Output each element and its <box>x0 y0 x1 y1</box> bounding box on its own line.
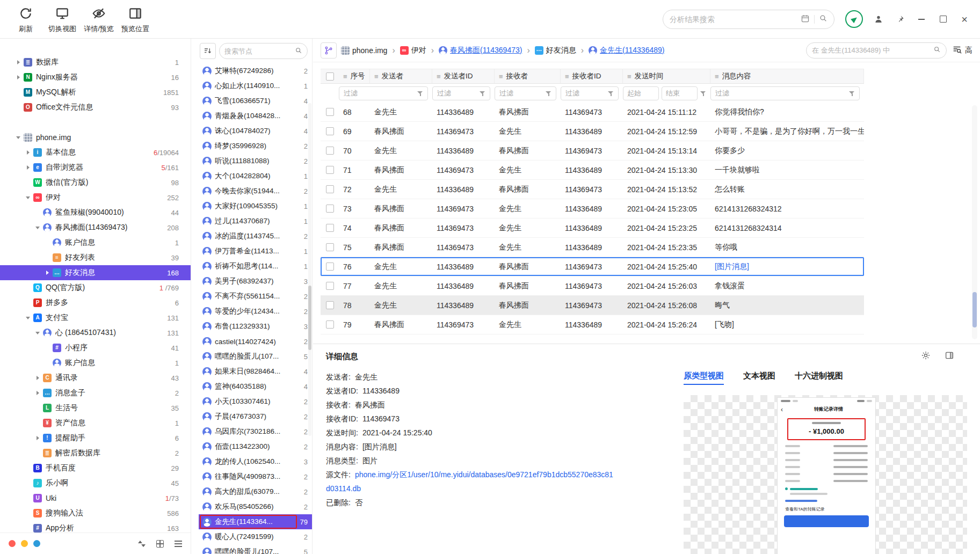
contact-item[interactable]: 艾琳特(67249286) 2 <box>199 63 312 78</box>
contact-item[interactable]: 龙的传人(1062540... 3 <box>199 454 312 469</box>
tree-item[interactable]: phone.img <box>0 130 191 145</box>
column-header-time[interactable]: 发送时间 <box>623 69 710 83</box>
table-row[interactable]: 73 春风拂面 114369473 金先生 114336489 2021-04-… <box>321 199 864 218</box>
tree-item[interactable]: i 基本信息 6/19064 <box>0 145 191 160</box>
list-view-icon[interactable] <box>175 541 182 547</box>
expand-arrow-icon[interactable] <box>24 314 32 322</box>
contact-item[interactable]: 今晚去你家(51944... 2 <box>199 184 312 199</box>
funnel-icon[interactable] <box>480 91 485 97</box>
contact-item[interactable]: 金先生(1143364... 79 <box>199 514 312 529</box>
tree-item[interactable]: O Office文件元信息 93 <box>0 100 191 115</box>
close-button[interactable] <box>960 14 969 24</box>
expand-arrow-icon[interactable] <box>14 133 23 142</box>
expand-arrow-icon[interactable] <box>24 193 32 202</box>
tree-item[interactable]: ≣ 解密后数据库 2 <box>0 446 191 461</box>
breadcrumb-link[interactable]: 金先生(114336489) <box>600 46 664 55</box>
table-row[interactable]: 78 金先生 114336489 春风拂面 114369473 2021-04-… <box>321 296 864 315</box>
contact-item[interactable]: castiel(114027424) 2 <box>199 334 312 349</box>
expand-arrow-icon[interactable] <box>14 88 23 97</box>
expand-arrow-icon[interactable] <box>24 509 32 517</box>
contact-item[interactable]: 诛心(104784027) 4 <box>199 123 312 138</box>
advanced-search-button[interactable]: 高 <box>951 45 972 56</box>
contact-item[interactable]: 嘿嘿的脸蛋儿(107... 5 <box>199 349 312 364</box>
contact-item[interactable]: 如果末日(9828464... 4 <box>199 364 312 379</box>
status-dot-red[interactable] <box>9 540 16 547</box>
contact-item[interactable]: 等爱的少年(12434... 2 <box>199 304 312 319</box>
calendar-icon[interactable] <box>801 14 810 25</box>
filter-end-date[interactable]: 结束 <box>662 86 698 100</box>
expand-arrow-icon[interactable] <box>24 479 32 487</box>
contact-item[interactable]: 过儿(114370687) 1 <box>199 214 312 229</box>
sort-button[interactable] <box>200 43 216 59</box>
tab-text-view[interactable]: 文本视图 <box>743 371 775 385</box>
expand-arrow-icon[interactable] <box>14 58 23 67</box>
contact-item[interactable]: 暖心人(72491599) 2 <box>199 529 312 544</box>
preview-position-button[interactable]: 预览位置 <box>118 3 153 36</box>
contact-item[interactable]: 嘿嘿的脸蛋儿(107... 5 <box>199 544 312 554</box>
expand-arrow-icon[interactable] <box>33 419 42 427</box>
funnel-icon[interactable] <box>608 91 614 97</box>
expand-arrow-icon[interactable] <box>43 253 52 262</box>
tree-item[interactable]: S 搜狗输入法 586 <box>0 506 191 521</box>
switch-view-button[interactable]: 切换视图 <box>45 3 79 36</box>
breadcrumb-item-account[interactable]: 春风拂面(114369473) <box>439 46 522 55</box>
expand-arrow-icon[interactable] <box>33 434 42 442</box>
split-view-icon[interactable] <box>138 540 146 548</box>
filter-input-receiver-id[interactable]: 过滤 <box>561 86 619 100</box>
search-icon[interactable] <box>295 47 302 56</box>
table-row[interactable]: 74 春风拂面 114369473 金先生 114336489 2021-04-… <box>321 218 864 238</box>
node-search[interactable] <box>219 43 308 59</box>
tree-item[interactable]: B 手机百度 29 <box>0 461 191 476</box>
tree-item[interactable]: N Nginx服务器 16 <box>0 70 191 85</box>
expand-arrow-icon[interactable] <box>24 494 32 502</box>
filter-input-sender-id[interactable]: 过滤 <box>432 86 490 100</box>
contact-item[interactable]: 大家好(109045355) 1 <box>199 199 312 214</box>
breadcrumb-item-app[interactable]: 伊对 <box>400 46 426 55</box>
expand-arrow-icon[interactable] <box>43 268 52 277</box>
table-row[interactable]: 71 春风拂面 114369473 金先生 114336489 2021-04-… <box>321 161 864 180</box>
contact-item[interactable]: 子晨(47673037) 2 <box>199 409 312 424</box>
breadcrumb-item-messages[interactable]: 好友消息 <box>535 46 576 55</box>
navigation-badge-icon[interactable] <box>845 10 863 28</box>
tree-item[interactable]: W 微信(官方版) 98 <box>0 175 191 190</box>
detail-value[interactable]: phone.img/分区1/user/10/me.yidui/databases… <box>326 470 613 493</box>
row-checkbox[interactable] <box>326 282 334 290</box>
column-header-receiver[interactable]: 接收者 <box>495 69 561 83</box>
contact-item[interactable]: 伊万普希金(11413... 1 <box>199 244 312 259</box>
expand-arrow-icon[interactable] <box>33 329 42 337</box>
branch-view-button[interactable] <box>321 42 337 59</box>
tree-item[interactable]: U Uki 1/73 <box>0 491 191 506</box>
grid-view-icon[interactable] <box>156 540 164 548</box>
panel-splitter[interactable] <box>191 39 199 554</box>
table-row[interactable]: 76 金先生 114336489 春风拂面 114369473 2021-04-… <box>321 257 864 276</box>
tree-item[interactable]: # 小程序 41 <box>0 340 191 355</box>
scrollbar-thumb[interactable] <box>308 286 311 350</box>
column-header-receiver-id[interactable]: 接收者ID <box>561 69 623 83</box>
contact-item[interactable]: 心如止水(1140910... 1 <box>199 78 312 93</box>
tree-item[interactable]: 春风拂面(114369473) 208 <box>0 220 191 235</box>
contact-item[interactable]: 佰壹(113422300) 2 <box>199 439 312 454</box>
row-checkbox[interactable] <box>326 108 334 116</box>
tree-item[interactable]: 账户信息 1 <box>0 355 191 370</box>
status-dot-yellow[interactable] <box>21 540 28 547</box>
contact-item[interactable]: 布鲁(112329331) 3 <box>199 319 312 334</box>
funnel-icon[interactable] <box>849 91 855 97</box>
expand-arrow-icon[interactable] <box>14 103 23 112</box>
tree-item[interactable]: … 好友消息 168 <box>0 265 191 280</box>
panel-toggle-icon[interactable] <box>945 351 954 360</box>
breadcrumb-item-contact[interactable]: 金先生(114336489) <box>589 46 664 55</box>
contact-item[interactable]: 飞雪(106366571) 4 <box>199 93 312 108</box>
tree-item[interactable]: M MySQL解析 1851 <box>0 85 191 100</box>
row-checkbox[interactable] <box>326 320 334 329</box>
expand-arrow-icon[interactable] <box>43 359 52 367</box>
breadcrumb-item-image[interactable]: phone.img <box>341 46 387 55</box>
tree-item[interactable]: P 拼多多 6 <box>0 295 191 310</box>
contact-item[interactable]: 欢乐马(85405266) 2 <box>199 499 312 514</box>
expand-arrow-icon[interactable] <box>24 178 32 187</box>
contact-item[interactable]: 往事随风(4909873... 2 <box>199 469 312 484</box>
search-icon[interactable] <box>933 46 941 55</box>
global-search[interactable] <box>663 10 834 29</box>
tab-original-view[interactable]: 原类型视图 <box>684 371 724 385</box>
contact-item[interactable]: 乌因库尔(7302186... 2 <box>199 424 312 439</box>
contact-item[interactable]: 听说(111881088) 2 <box>199 154 312 169</box>
